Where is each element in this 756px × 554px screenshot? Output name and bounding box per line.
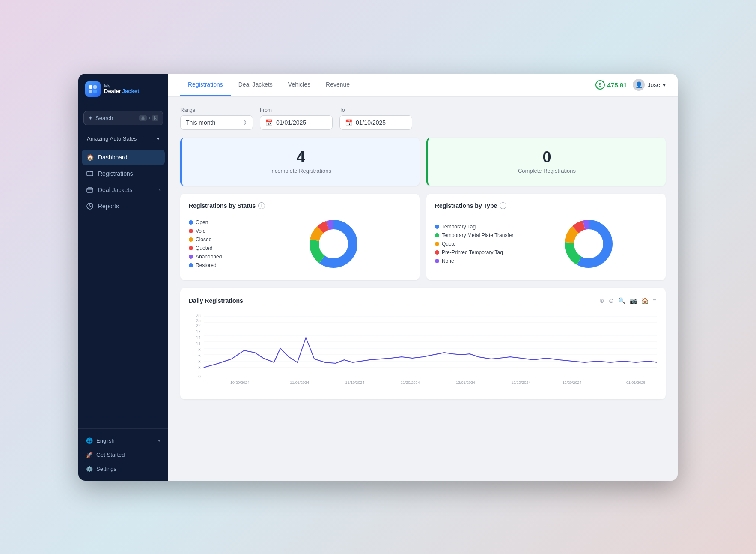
search-chart-icon[interactable]: 🔍 [617,296,626,305]
reset-chart-icon[interactable]: 🏠 [640,296,649,305]
get-started-icon: 🚀 [86,452,93,458]
from-date-value: 01/01/2025 [276,119,306,126]
get-started-button[interactable]: 🚀 Get Started [82,448,165,461]
legend-dot-quoted [189,246,193,250]
user-name: Jose [647,81,660,88]
svg-text:10/20/2024: 10/20/2024 [230,380,250,384]
svg-text:17: 17 [196,329,201,334]
get-started-label: Get Started [96,452,125,458]
logo-text: My Dealer Jacket [104,83,139,94]
legend-dot-closed [189,237,193,242]
dashboard-body: Range This month ⇕ From 📅 01/01/2025 To [168,97,678,481]
svg-text:12/01/2024: 12/01/2024 [456,380,475,384]
nav-label-dashboard: Dashboard [98,154,128,161]
sidebar-nav: 🏠 Dashboard Registrations [78,148,168,428]
avatar: 👤 [633,79,645,91]
balance-amount: 475.81 [607,81,627,89]
legend-quoted: Quoted [189,245,249,251]
legend-temp-tag: Temporary Tag [435,224,513,230]
settings-button[interactable]: ⚙️ Settings [82,462,165,476]
calendar-icon: 📅 [345,119,352,126]
svg-text:14: 14 [196,335,201,340]
legend-dot-void [189,229,193,233]
complete-count: 0 [438,150,655,165]
company-selector[interactable]: Amazing Auto Sales ▾ [83,133,163,144]
settings-icon: ⚙️ [86,466,93,472]
legend-temp-metal: Temporary Metal Plate Transfer [435,232,513,238]
svg-text:01/01/2025: 01/01/2025 [626,380,646,384]
search-label: Search [95,115,113,121]
app-container: My Dealer Jacket ✦ Search ⌘ + K Amazing … [78,74,678,481]
line-chart-title: Daily Registrations [189,297,243,304]
nav-label-deal-jackets: Deal Jackets [98,186,132,193]
download-chart-icon[interactable]: 📷 [629,296,638,305]
tab-deal-jackets[interactable]: Deal Jackets [231,74,280,96]
sidebar-item-reports[interactable]: Reports [82,198,165,214]
balance-badge: $ 475.81 [595,80,627,90]
svg-text:11/01/2024: 11/01/2024 [290,380,309,384]
type-chart-title: Registrations by Type i [435,202,657,209]
status-chart-info-icon[interactable]: i [258,202,265,209]
svg-text:12/20/2024: 12/20/2024 [563,380,582,384]
range-filter: Range This month ⇕ [180,107,253,130]
type-legend: Temporary Tag Temporary Metal Plate Tran… [435,224,513,264]
legend-closed: Closed [189,237,249,243]
incomplete-count: 4 [192,150,409,165]
search-button[interactable]: ✦ Search ⌘ + K [83,111,163,125]
line-chart-card: Daily Registrations ⊕ ⊖ 🔍 📷 🏠 ≡ 28 25 [180,288,666,399]
sidebar-item-deal-jackets[interactable]: Deal Jackets › [82,182,165,198]
filter-row: Range This month ⇕ From 📅 01/01/2025 To [180,107,666,130]
legend-dot-restored [189,263,193,267]
language-label: English [96,437,115,444]
svg-text:11: 11 [196,341,201,346]
logo-dealer: Dealer [104,88,121,94]
nav-label-reports: Reports [98,203,119,210]
status-chart-card: Registrations by Status i Open Void [180,194,420,280]
menu-chart-icon[interactable]: ≡ [652,296,657,305]
svg-text:25: 25 [196,318,201,323]
svg-text:22: 22 [196,323,201,328]
from-date-input[interactable]: 📅 01/01/2025 [260,115,333,130]
zoom-out-icon[interactable]: ⊖ [608,296,615,305]
dollar-icon: $ [595,80,605,90]
deal-jackets-icon [86,186,94,194]
range-select[interactable]: This month ⇕ [180,115,253,130]
sidebar: My Dealer Jacket ✦ Search ⌘ + K Amazing … [78,74,168,481]
svg-text:6: 6 [198,353,201,358]
legend-dot-pre-printed [435,250,439,255]
sidebar-logo: My Dealer Jacket [78,74,168,105]
legend-dot-abandoned [189,255,193,259]
type-chart-info-icon[interactable]: i [500,202,506,209]
zoom-in-icon[interactable]: ⊕ [598,296,605,305]
range-value: This month [186,119,215,126]
legend-abandoned: Abandoned [189,254,249,260]
svg-text:11/20/2024: 11/20/2024 [401,380,420,384]
svg-rect-3 [93,90,97,93]
svg-text:3: 3 [198,359,201,364]
tab-revenue[interactable]: Revenue [318,74,357,96]
sidebar-bottom: 🌐 English ▾ 🚀 Get Started ⚙️ Settings [78,428,168,481]
svg-point-14 [321,231,346,257]
incomplete-label: Incomplete Registrations [192,168,409,174]
logo-jacket: Jacket [122,88,139,94]
sidebar-item-dashboard[interactable]: 🏠 Dashboard [82,150,165,165]
legend-open: Open [189,219,249,225]
legend-restored: Restored [189,262,249,268]
tab-vehicles[interactable]: Vehicles [280,74,318,96]
top-nav-right: $ 475.81 👤 Jose ▾ [595,79,666,91]
to-filter: To 📅 01/10/2025 [339,107,412,130]
status-donut-chart [256,216,411,272]
legend-dot-temp-metal [435,233,439,237]
language-chevron-icon: ▾ [158,438,161,443]
svg-text:28: 28 [196,313,201,317]
language-icon: 🌐 [86,437,93,444]
legend-dot-quote [435,242,439,246]
to-date-input[interactable]: 📅 01/10/2025 [339,115,412,130]
settings-label: Settings [96,466,116,472]
sidebar-item-registrations[interactable]: Registrations [82,166,165,181]
user-menu[interactable]: 👤 Jose ▾ [633,79,666,91]
tab-registrations[interactable]: Registrations [180,74,231,96]
company-name: Amazing Auto Sales [87,135,137,142]
language-selector[interactable]: 🌐 English ▾ [82,434,165,447]
svg-rect-7 [87,188,93,192]
